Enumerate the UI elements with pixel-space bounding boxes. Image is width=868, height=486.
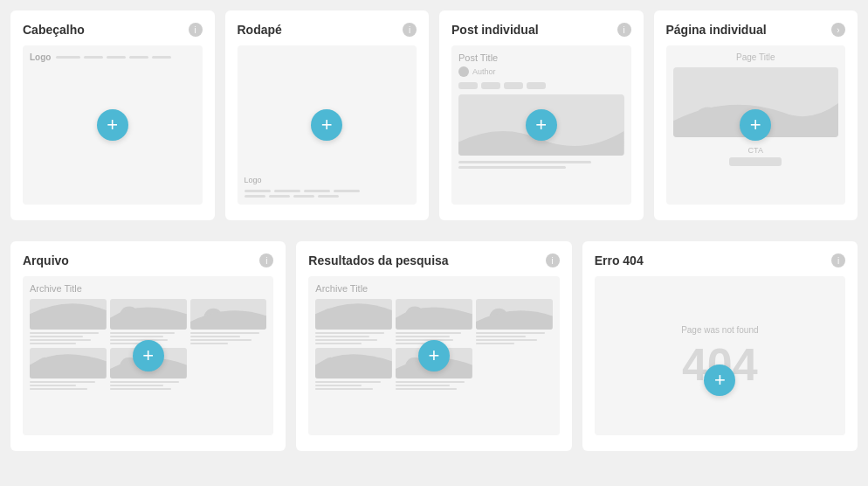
info-icon-post[interactable]: i [617,23,631,37]
cta-label: CTA [673,146,839,155]
sl-13 [315,381,381,383]
post-title: Post Title [458,52,624,63]
error-center: Page was not found 404 + [681,283,758,428]
sl-11 [476,339,537,341]
search-item-4 [315,348,392,390]
logo-line-1 [56,56,80,59]
sl-4 [315,343,362,344]
sl-3 [315,339,376,341]
logo-bar: Logo [30,52,196,62]
card-resultados-pesquisa: Resultados da pesquisa i Archive Title [296,241,571,451]
author-label: Author [472,67,496,76]
card-erro-404: Erro 404 i Page was not found 404 + [582,241,858,451]
info-icon-search[interactable]: i [546,253,560,267]
al-17 [110,385,163,386]
info-icon-arquivo[interactable]: i [259,253,273,267]
card-header-search: Resultados da pesquisa i [308,253,559,267]
al-10 [190,336,240,337]
archive-lines-5 [110,381,187,390]
card-title-arquivo: Arquivo [23,253,69,267]
fl-8 [318,195,339,198]
add-button-arquivo[interactable]: + [133,340,164,371]
footer-bottom: Logo [245,176,410,198]
add-button-cabecalho[interactable]: + [97,109,128,141]
al-2 [30,336,83,337]
swave-3 [476,299,553,330]
archive-thumb-2 [110,299,187,330]
bottom-grid: Arquivo i Archive Title [10,241,858,451]
add-button-search[interactable]: + [418,340,450,371]
cta-bar [729,157,782,166]
tag-1 [458,82,478,89]
info-icon-rodape[interactable]: i [403,23,417,37]
card-title-search: Resultados da pesquisa [308,253,448,267]
fl-2 [274,190,300,192]
al-16 [110,381,179,383]
tag-3 [504,82,523,89]
al-7 [110,339,168,341]
archive-title: Archive Title [30,283,266,294]
archive-lines-1 [30,332,107,344]
preview-page: Page Title CTA + [666,45,846,205]
search-thumb-3 [476,299,553,330]
sl-14 [315,385,362,386]
author-row: Author [458,66,624,77]
preview-rodape: + Logo [238,45,417,205]
card-title-cabecalho: Cabeçalho [23,23,85,37]
card-header-cabecalho: Cabeçalho i [23,23,203,37]
footer-logo-row: Logo [245,176,410,184]
post-line-2 [458,166,566,169]
add-button-page[interactable]: + [740,109,771,141]
archive-lines-4 [30,381,107,390]
footer-lines [245,190,410,198]
preview-error: Page was not found 404 + [595,276,845,435]
al-5 [110,332,176,334]
logo-line-5 [152,56,171,59]
al-18 [110,388,171,390]
page-title: Page Title [673,52,839,62]
swave-4 [315,348,392,378]
card-header-error: Erro 404 i [595,253,845,267]
card-body-cabecalho: Logo + [23,45,203,205]
fl-6 [269,195,290,198]
card-body-rodape: + Logo [238,45,417,205]
al-11 [190,339,251,341]
search-lines-3 [476,332,553,344]
preview-search: Archive Title [308,276,559,435]
archive-item-3 [190,299,267,344]
info-icon-page[interactable]: › [831,23,845,37]
tag-2 [481,82,500,89]
sl-6 [396,336,449,337]
sl-9 [476,332,545,334]
preview-post: Post Title Author [451,45,631,205]
card-header-arquivo: Arquivo i [23,253,273,267]
search-thumb-4 [315,348,392,378]
al-9 [190,332,259,334]
footer-logo-label: Logo [245,176,262,184]
swave-2 [396,299,472,330]
logo-line-4 [129,56,148,59]
info-icon-error[interactable]: i [831,253,845,267]
post-lines [458,161,624,169]
sl-5 [396,332,461,334]
info-icon-cabecalho[interactable]: i [189,23,203,37]
sl-12 [476,343,514,344]
archive-item-2 [110,299,187,344]
preview-cabecalho: Logo + [23,45,203,205]
add-button-post[interactable]: + [526,109,557,141]
search-item-3 [476,299,553,344]
error-code-wrapper: 404 + [682,342,758,387]
footer-line-row-2 [245,195,410,198]
fl-1 [245,190,271,192]
card-body-search: Archive Title [308,276,559,435]
card-arquivo: Arquivo i Archive Title [10,241,286,451]
add-button-error[interactable]: + [704,364,735,396]
al-13 [30,381,95,383]
card-body-error: Page was not found 404 + [595,276,845,435]
sl-18 [396,388,457,390]
search-lines-5 [396,381,472,390]
add-button-rodape[interactable]: + [311,109,342,141]
al-4 [30,343,76,344]
archive-thumb-4 [30,348,107,378]
card-title-post: Post individual [451,23,539,37]
